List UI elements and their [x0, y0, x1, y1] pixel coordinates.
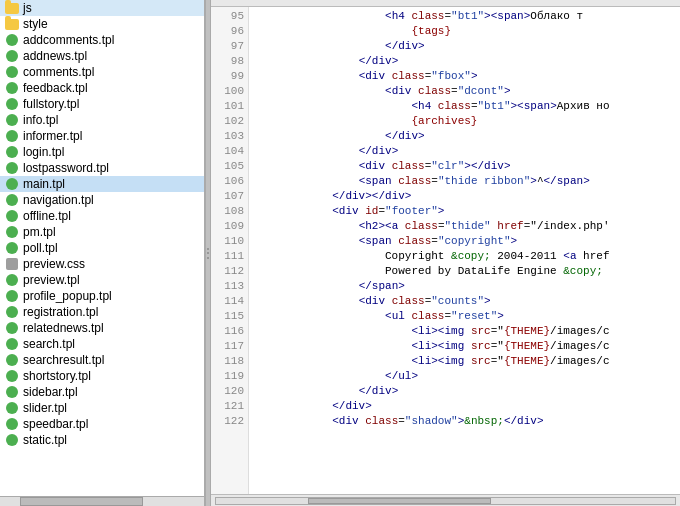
tree-item[interactable]: addnews.tpl [0, 48, 204, 64]
line-number: 114 [215, 294, 244, 309]
code-line: <span class="thide ribbon">^</span> [253, 174, 676, 189]
line-number: 111 [215, 249, 244, 264]
tree-item[interactable]: searchresult.tpl [0, 352, 204, 368]
code-line: <li><img src="{THEME}/images/c [253, 339, 676, 354]
tree-item-label: feedback.tpl [23, 81, 88, 95]
line-number: 115 [215, 309, 244, 324]
code-line: <div class="fbox"> [253, 69, 676, 84]
tree-item-label: pm.tpl [23, 225, 56, 239]
tree-item-label: sidebar.tpl [23, 385, 78, 399]
tree-item[interactable]: main.tpl [0, 176, 204, 192]
line-number: 119 [215, 369, 244, 384]
file-icon [4, 17, 20, 31]
line-number: 121 [215, 399, 244, 414]
tree-item[interactable]: speedbar.tpl [0, 416, 204, 432]
line-number: 102 [215, 114, 244, 129]
code-line: {archives} [253, 114, 676, 129]
line-number: 109 [215, 219, 244, 234]
code-line: <div id="footer"> [253, 204, 676, 219]
tree-item-label: poll.tpl [23, 241, 58, 255]
tree-item-label: offline.tpl [23, 209, 71, 223]
tree-item[interactable]: sidebar.tpl [0, 384, 204, 400]
tree-item-label: slider.tpl [23, 401, 67, 415]
tree-item[interactable]: informer.tpl [0, 128, 204, 144]
file-icon [4, 193, 20, 207]
tree-item[interactable]: registration.tpl [0, 304, 204, 320]
horizontal-scrollbar[interactable] [215, 497, 676, 505]
tree-item[interactable]: login.tpl [0, 144, 204, 160]
line-numbers: 9596979899100101102103104105106107108109… [211, 7, 249, 494]
code-line: </div> [253, 144, 676, 159]
tree-item[interactable]: comments.tpl [0, 64, 204, 80]
scrollbar-thumb [308, 498, 492, 504]
tree-item-label: main.tpl [23, 177, 65, 191]
line-number: 108 [215, 204, 244, 219]
file-icon [4, 385, 20, 399]
code-line: <div class="clr"></div> [253, 159, 676, 174]
tree-item-label: navigation.tpl [23, 193, 94, 207]
code-line: <div class="shadow">&nbsp;</div> [253, 414, 676, 429]
file-icon [4, 81, 20, 95]
tree-item-label: style [23, 17, 48, 31]
tree-item-label: fullstory.tpl [23, 97, 79, 111]
tree-item[interactable]: pm.tpl [0, 224, 204, 240]
file-icon [4, 289, 20, 303]
tree-item[interactable]: preview.css [0, 256, 204, 272]
code-line: <h4 class="bt1"><span>Архив но [253, 99, 676, 114]
editor-panel: 9596979899100101102103104105106107108109… [211, 0, 680, 506]
tree-item[interactable]: js [0, 0, 204, 16]
tree-item[interactable]: lostpassword.tpl [0, 160, 204, 176]
tree-item-label: informer.tpl [23, 129, 82, 143]
code-line: <h2><a class="thide" href="/index.php' [253, 219, 676, 234]
tree-item[interactable]: style [0, 16, 204, 32]
line-number: 95 [215, 9, 244, 24]
tree-item[interactable]: slider.tpl [0, 400, 204, 416]
tree-item[interactable]: shortstory.tpl [0, 368, 204, 384]
tree-item[interactable]: feedback.tpl [0, 80, 204, 96]
tree-item[interactable]: fullstory.tpl [0, 96, 204, 112]
tree-item[interactable]: addcomments.tpl [0, 32, 204, 48]
file-icon [4, 129, 20, 143]
tree-item[interactable]: info.tpl [0, 112, 204, 128]
file-icon [4, 113, 20, 127]
file-icon [4, 353, 20, 367]
tree-item-label: search.tpl [23, 337, 75, 351]
file-icon [4, 161, 20, 175]
code-line: <div class="counts"> [253, 294, 676, 309]
tree-item[interactable]: profile_popup.tpl [0, 288, 204, 304]
file-icon [4, 33, 20, 47]
file-tree-scroll[interactable]: jsstyleaddcomments.tpladdnews.tplcomment… [0, 0, 204, 496]
tree-item-label: profile_popup.tpl [23, 289, 112, 303]
file-icon [4, 321, 20, 335]
tree-item[interactable]: offline.tpl [0, 208, 204, 224]
tree-item[interactable]: search.tpl [0, 336, 204, 352]
file-icon [4, 417, 20, 431]
code-line: </div> [253, 384, 676, 399]
tree-item[interactable]: poll.tpl [0, 240, 204, 256]
code-line: <h4 class="bt1"><span>Облако т [253, 9, 676, 24]
line-number: 96 [215, 24, 244, 39]
line-number: 103 [215, 129, 244, 144]
tree-item[interactable]: navigation.tpl [0, 192, 204, 208]
file-icon [4, 49, 20, 63]
code-area[interactable]: <h4 class="bt1"><span>Облако т {tags} </… [249, 7, 680, 494]
line-number: 100 [215, 84, 244, 99]
line-number: 110 [215, 234, 244, 249]
code-line: <span class="copyright"> [253, 234, 676, 249]
line-number: 117 [215, 339, 244, 354]
code-line: <div class="dcont"> [253, 84, 676, 99]
tree-item[interactable]: static.tpl [0, 432, 204, 448]
code-line: Powered by DataLife Engine &copy; [253, 264, 676, 279]
code-line: </div> [253, 54, 676, 69]
editor-body: 9596979899100101102103104105106107108109… [211, 7, 680, 494]
tree-item[interactable]: preview.tpl [0, 272, 204, 288]
tree-item-label: static.tpl [23, 433, 67, 447]
tree-horizontal-scrollbar[interactable] [0, 496, 204, 506]
tree-scrollbar-thumb [20, 497, 142, 506]
line-number: 112 [215, 264, 244, 279]
tree-item[interactable]: relatednews.tpl [0, 320, 204, 336]
code-line: </div> [253, 39, 676, 54]
file-icon [4, 305, 20, 319]
editor-footer [211, 494, 680, 506]
line-number: 105 [215, 159, 244, 174]
